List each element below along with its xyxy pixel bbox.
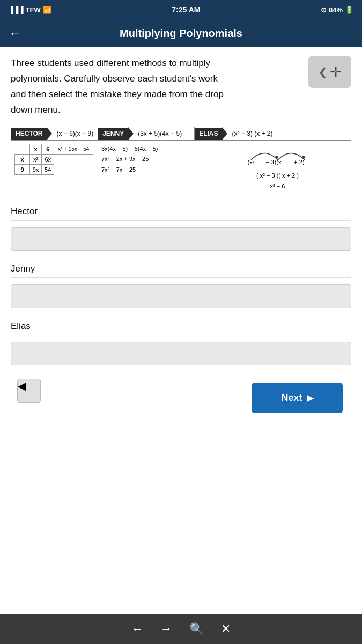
jenny-expr-text: (3x + 5)(4x − 5) [138,130,182,137]
browser-close-button[interactable]: ✕ [221,622,231,636]
browser-forward-button[interactable]: → [160,622,172,636]
carrier-label: TFW [26,6,41,14]
back-button[interactable]: ← [9,26,21,41]
question-line1: Three students used different methods to… [11,58,210,68]
signal-icon: ▐▐▐ [9,6,24,14]
hector-dropdown[interactable] [11,227,351,251]
elias-arc-svg: (x² − 3 )(x + 2) [246,144,310,165]
svg-text:− 3: − 3 [265,159,274,165]
jenny-tab-arrow [128,127,134,140]
jenny-label: Jenny [11,264,351,274]
jenny-step2: 7x² − 2x + 9x − 25 [101,154,200,165]
left-arrow-icon: ◀ [18,380,26,392]
next-label: Next [281,392,302,404]
move-control[interactable]: ❮ ✛ [308,56,351,88]
elias-tab-label: ELIAS [199,130,218,137]
status-bar: ▐▐▐ TFW 📶 7:25 AM ⊙ 84% 🔋 [0,0,362,19]
elias-tab-arrow [222,127,227,140]
elias-section: Elias [11,321,351,376]
question-text: Three students used different methods to… [11,56,351,118]
hector-tab-label: HECTOR [16,130,42,137]
browser-back-button[interactable]: ← [131,622,143,636]
alarm-icon: ⊙ [321,6,327,14]
elias-step1: ( x² − 3 )( x + 2 ) [209,171,346,181]
elias-step2: x³ − 6 [209,181,346,192]
svg-text:+ 2): + 2) [294,159,304,165]
status-right: ⊙ 84% 🔋 [321,6,353,14]
hector-tab-arrow [47,127,52,140]
move-arrows-icon[interactable]: ✛ [330,64,342,80]
hector-divider [11,220,351,221]
students-content-row: x 6 x² + 15x + 54 x x² 6x 9 9x [11,140,351,195]
elias-tab: ELIAS [195,128,222,140]
elias-diagram: (x² − 3 )(x + 2) ( x² − 3 )( x + 2 ) [209,144,346,192]
battery-label: 84% [329,6,343,14]
elias-label: Elias [11,321,351,332]
chevron-left-icon[interactable]: ❮ [319,65,328,78]
hector-label: Hector [11,206,351,217]
jenny-divider [11,277,351,278]
jenny-expression: (3x + 5)(4x − 5) [134,128,186,140]
svg-text:)(x: )(x [274,159,281,165]
question-line4: down menu. [11,105,61,115]
jenny-step3: 7x² + 7x − 25 [101,165,200,175]
jenny-section: Jenny [11,264,351,319]
jenny-step1: 3x(4x − 5) + 5(4x − 5) [101,144,200,155]
hector-expr-text: (x − 6)(x − 9) [56,130,93,137]
next-button[interactable]: Next ▶ [252,383,343,413]
elias-steps: ( x² − 3 )( x + 2 ) x³ − 6 [209,171,346,192]
status-time: 7:25 AM [172,5,200,14]
main-content: ❮ ✛ Three students used different method… [0,47,362,614]
browser-search-button[interactable]: 🔍 [189,622,204,636]
hector-tab: HECTOR [11,128,47,140]
left-arrow-button[interactable]: ◀ [17,379,41,402]
elias-dropdown[interactable] [11,342,351,365]
battery-icon: 🔋 [345,6,353,14]
elias-expression: (x² − 3) (x + 2) [227,128,277,140]
svg-text:(x²: (x² [247,159,254,165]
wifi-icon: 📶 [43,6,51,14]
elias-work: (x² − 3 )(x + 2) ( x² − 3 )( x + 2 ) [204,141,351,195]
jenny-work: 3x(4x − 5) + 5(4x − 5) 7x² − 2x + 9x − 2… [97,141,204,195]
table-header: HECTOR (x − 6)(x − 9) JENNY (3x + 5)(4x … [11,127,351,140]
page-title: Multiplying Polynomials [28,27,334,40]
hector-section: Hector [11,206,351,261]
header: ← Multiplying Polynomials [0,19,362,47]
students-table: HECTOR (x − 6)(x − 9) JENNY (3x + 5)(4x … [11,127,351,196]
jenny-steps: 3x(4x − 5) + 5(4x − 5) 7x² − 2x + 9x − 2… [101,144,200,175]
next-arrow-icon: ▶ [307,393,313,403]
jenny-tab: JENNY [98,128,128,140]
status-left: ▐▐▐ TFW 📶 [9,6,51,14]
jenny-tab-label: JENNY [102,130,124,137]
hector-work: x 6 x² + 15x + 54 x x² 6x 9 9x [11,141,97,195]
browser-bar: ← → 🔍 ✕ [0,614,362,644]
question-line3: and then select the mistake they made fr… [11,89,224,99]
elias-expr-text: (x² − 3) (x + 2) [232,130,272,137]
next-button-row: Next ▶ [11,376,351,420]
hector-expression: (x − 6)(x − 9) [52,128,98,140]
elias-divider [11,335,351,335]
question-line2: polynomials. Carefully observe each stud… [11,74,218,84]
jenny-dropdown[interactable] [11,284,351,308]
elias-arc-diagram: (x² − 3 )(x + 2) [246,144,310,169]
